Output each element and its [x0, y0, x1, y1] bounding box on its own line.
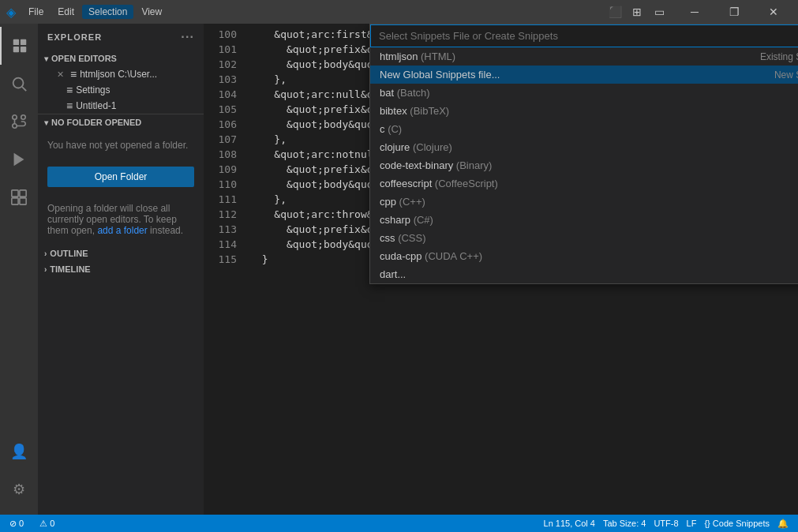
menu-edit[interactable]: Edit [51, 5, 81, 19]
panel-icon[interactable]: ▭ [651, 4, 667, 20]
app-body: 👤 ⚙ Explorer ··· ▾ Open Editors ✕ ≡ html… [0, 24, 798, 515]
open-editors-section: ▾ Open Editors ✕ ≡ htmljson C:\User... ≡… [38, 51, 204, 114]
svg-point-4 [13, 78, 24, 88]
svg-rect-13 [20, 198, 26, 204]
close-button[interactable]: ✕ [755, 0, 792, 24]
status-language[interactable]: {} Code Snippets [701, 515, 773, 532]
svg-rect-2 [13, 47, 19, 52]
activity-item-source-control[interactable] [0, 103, 38, 140]
minimize-button[interactable]: ─ [676, 0, 713, 24]
menu-file[interactable]: File [22, 5, 50, 19]
line-number: 114 [210, 237, 237, 252]
line-numbers: 1001011021031041051061071081091101111121… [204, 24, 243, 515]
open-editors-chevron: ▾ [44, 54, 48, 63]
svg-point-7 [21, 115, 26, 120]
dropdown-item-css[interactable]: css (CSS) [370, 229, 798, 247]
svg-point-8 [13, 115, 17, 120]
activity-item-account[interactable]: 👤 [0, 433, 38, 470]
dropdown-item-new-global[interactable]: New Global Snippets file...New Snippets [370, 66, 798, 84]
close-editor-icon[interactable]: ✕ [57, 69, 64, 80]
dropdown-item-bibtex[interactable]: bibtex (BibTeX) [370, 102, 798, 120]
editor-item-htmljson[interactable]: ✕ ≡ htmljson C:\User... [38, 66, 204, 82]
line-number: 108 [210, 147, 237, 162]
editor-item-settings[interactable]: ≡ Settings [38, 82, 204, 98]
editor-item-untitled[interactable]: ≡ Untitled-1 [38, 98, 204, 114]
open-folder-button[interactable]: Open Folder [47, 167, 194, 187]
svg-rect-0 [13, 39, 19, 45]
sidebar-header: Explorer ··· [38, 24, 204, 51]
line-number: 115 [210, 252, 237, 267]
sidebar-more-icon[interactable]: ··· [181, 30, 194, 44]
editor-name: htmljson C:\User... [80, 69, 157, 80]
menu-view[interactable]: View [135, 5, 168, 19]
dropdown-item-coffeescript[interactable]: coffeescript (CoffeeScript) [370, 174, 798, 193]
dropdown-item-label: code-text-binary (Binary) [380, 159, 798, 171]
timeline-chevron: › [44, 265, 47, 274]
dropdown-item-label: css (CSS) [380, 232, 798, 244]
dropdown-item-label: coffeescript (CoffeeScript) [380, 178, 798, 189]
sidebar-title: Explorer [47, 32, 102, 42]
status-position[interactable]: Ln 115, Col 4 [541, 515, 598, 532]
dropdown-item-htmljson[interactable]: htmljson (HTML)Existing Snippets [370, 47, 798, 66]
timeline-section[interactable]: › Timeline [38, 261, 204, 277]
snippets-dropdown[interactable]: htmljson (HTML)Existing SnippetsNew Glob… [369, 24, 798, 284]
activity-bottom: 👤 ⚙ [0, 433, 38, 515]
notification-icon: 🔔 [777, 519, 789, 529]
svg-marker-9 [14, 153, 24, 167]
status-tabsize[interactable]: Tab Size: 4 [600, 515, 649, 532]
line-number: 109 [210, 162, 237, 177]
add-folder-link[interactable]: add a folder [97, 225, 147, 236]
line-number: 103 [210, 72, 237, 87]
dropdown-item-code-text-binary[interactable]: code-text-binary (Binary) [370, 156, 798, 174]
menu-selection[interactable]: Selection [82, 5, 133, 19]
no-folder-chevron: ▾ [44, 118, 48, 127]
line-number: 113 [210, 222, 237, 237]
status-warnings[interactable]: ⚠ 0 [36, 515, 58, 532]
no-folder-header[interactable]: ▾ No Folder Opened [38, 114, 204, 130]
error-count: 0 [19, 519, 24, 528]
line-number: 110 [210, 177, 237, 192]
activity-item-search[interactable] [0, 65, 38, 103]
dropdown-items: htmljson (HTML)Existing SnippetsNew Glob… [370, 47, 798, 283]
dropdown-item-dart[interactable]: dart... [370, 265, 798, 283]
no-folder-section: ▾ No Folder Opened You have not yet open… [38, 114, 204, 245]
status-encoding[interactable]: UTF-8 [650, 515, 681, 532]
dropdown-item-label: dart... [380, 268, 798, 280]
activity-item-extensions[interactable] [0, 178, 38, 216]
snippet-search-input[interactable] [379, 30, 798, 42]
dropdown-item-bat[interactable]: bat (Batch) [370, 84, 798, 102]
language-text: {} Code Snippets [704, 519, 770, 528]
app-icon: ◈ [6, 5, 16, 20]
dropdown-item-label: csharp (C#) [380, 214, 798, 226]
dropdown-item-c[interactable]: c (C) [370, 120, 798, 138]
title-bar-icons: ⬛ ⊞ ▭ [607, 4, 673, 20]
untitled-name: Untitled-1 [76, 100, 116, 111]
outline-section[interactable]: › Outline [38, 245, 204, 261]
status-eol[interactable]: LF [684, 515, 700, 532]
timeline-label: Timeline [50, 264, 90, 274]
layout-icon[interactable]: ⊞ [629, 4, 645, 20]
activity-bar: 👤 ⚙ [0, 24, 38, 515]
outline-label: Outline [50, 249, 88, 258]
activity-item-settings[interactable]: ⚙ [0, 470, 38, 508]
activity-item-run[interactable] [0, 140, 38, 178]
no-folder-text: You have not yet opened a folder. [47, 140, 194, 151]
status-notifications[interactable]: 🔔 [774, 515, 792, 532]
eol-text: LF [687, 519, 697, 528]
svg-point-6 [13, 124, 17, 129]
dropdown-item-label: New Global Snippets file... [380, 69, 774, 81]
file-icon: ≡ [70, 68, 77, 81]
status-errors[interactable]: ⊘ 0 [6, 515, 27, 532]
dropdown-item-clojure[interactable]: clojure (Clojure) [370, 138, 798, 156]
activity-item-explorer[interactable] [0, 27, 38, 65]
maximize-button[interactable]: ❐ [716, 0, 752, 24]
dropdown-item-cuda-cpp[interactable]: cuda-cpp (CUDA C++) [370, 247, 798, 265]
svg-line-5 [22, 87, 26, 91]
open-editors-header[interactable]: ▾ Open Editors [38, 51, 204, 66]
dropdown-item-cpp[interactable]: cpp (C++) [370, 193, 798, 211]
dropdown-item-label: cpp (C++) [380, 196, 798, 208]
svg-rect-10 [12, 190, 18, 197]
dropdown-item-csharp[interactable]: csharp (C#) [370, 211, 798, 229]
split-editor-icon[interactable]: ⬛ [607, 4, 623, 20]
hint-text: Opening a folder will close all currentl… [47, 203, 194, 236]
